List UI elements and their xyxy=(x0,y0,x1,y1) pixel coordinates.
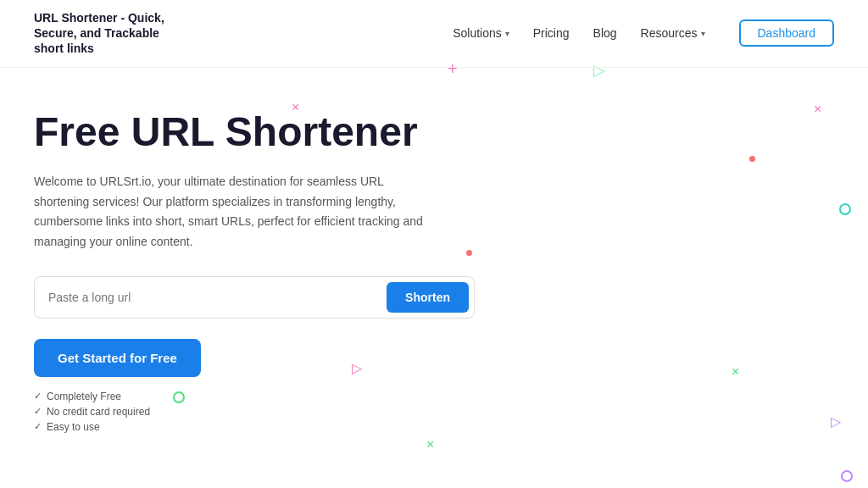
nav-links: Solutions ▾ Pricing Blog Resources ▾ xyxy=(453,26,704,40)
nav-resources[interactable]: Resources ▾ xyxy=(641,26,705,40)
deco-x-4: × xyxy=(426,437,434,452)
site-logo: URL Shortener - Quick, Secure, and Track… xyxy=(34,10,170,57)
hero-section: Free URL Shortener Welcome to URLSrt.io,… xyxy=(0,68,559,433)
deco-x-2: × xyxy=(814,102,821,117)
deco-circle-3 xyxy=(841,470,853,482)
chevron-down-icon: ▾ xyxy=(505,29,509,38)
deco-circle-1 xyxy=(839,203,851,215)
feature-item-1: Completely Free xyxy=(34,391,526,402)
nav-pricing[interactable]: Pricing xyxy=(533,26,570,40)
nav-blog[interactable]: Blog xyxy=(593,26,617,40)
deco-x-3: × xyxy=(732,364,739,380)
hero-description: Welcome to URLSrt.io, your ultimate dest… xyxy=(34,172,424,252)
chevron-down-icon: ▾ xyxy=(701,29,705,38)
deco-dot-1 xyxy=(749,156,755,162)
url-input[interactable] xyxy=(48,291,387,304)
feature-item-3: Easy to use xyxy=(34,421,526,433)
navbar: URL Shortener - Quick, Secure, and Track… xyxy=(0,0,868,68)
hero-title: Free URL Shortener xyxy=(34,108,526,155)
deco-triangle-3: ▷ xyxy=(831,413,841,430)
feature-item-2: No credit card required xyxy=(34,406,526,418)
shorten-button[interactable]: Shorten xyxy=(387,282,469,313)
features-list: Completely Free No credit card required … xyxy=(34,391,526,433)
get-started-button[interactable]: Get Started for Free xyxy=(34,339,201,377)
nav-solutions[interactable]: Solutions ▾ xyxy=(453,26,509,40)
url-input-container: Shorten xyxy=(34,276,475,319)
dashboard-button[interactable]: Dashboard xyxy=(739,19,835,47)
